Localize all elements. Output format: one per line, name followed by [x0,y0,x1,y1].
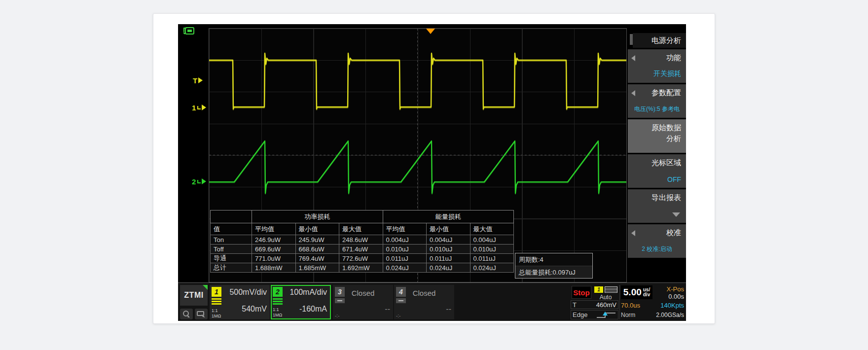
memory-depth: 140Kpts [660,302,684,309]
power-loss-group-header: 功率损耗 [252,210,383,223]
menu-item-value: 2 校准:启动 [629,245,685,253]
touch-gesture-icon [182,310,191,318]
menu-item-label: 光标区域 [651,158,681,168]
table-row-toff: Toff 669.6uW 668.6uW 671.4uW 0.010uJ 0.0… [211,245,514,254]
rising-edge-icon [596,311,616,319]
brand-logo: ZTMI [180,285,208,306]
menu-item-cursor-zone[interactable]: 光标区域 OFF [628,154,686,188]
row-label: 导通 [211,254,252,263]
touch-gesture-button[interactable] [180,309,193,319]
cell: 0.011uJ [383,254,427,263]
table-row-ton: Ton 246.9uW 245.9uW 248.6uW 0.004uJ 0.00… [211,235,514,245]
cell: 245.9uW [295,235,339,245]
oscilloscope-screen: T 1 2 功率损耗 能量损耗 值 平均值 最小值 最大值 [178,24,686,321]
col-header: 最大值 [339,223,383,235]
sample-rate: 2.00GSa/s [656,312,684,318]
menu-item-parameter-config[interactable]: 参数配置 电压(%):5 参考电 [628,84,686,118]
content-card: T 1 2 功率损耗 能量损耗 值 平均值 最小值 最大值 [153,13,715,324]
total-energy-loss: 总能量损耗:0.097uJ [515,266,592,278]
table-row-conduction: 导通 771.0uW 769.4uW 772.6uW 0.011uJ 0.011… [211,254,514,263]
channel1-probe: 1:1 1MΩ [212,308,221,318]
cell: 1.688mW [252,263,296,273]
cell: 248.6uW [339,235,383,245]
timebase-unit: us/ div [643,287,650,297]
table-row-total: 总计 1.688mW 1.685mW 1.692mW 0.024uJ 0.024… [211,263,514,273]
menu-item-raw-data-analysis[interactable]: 原始数据 分析 [628,119,686,153]
status-bar: ZTMI 1 1:1 1MΩ [178,282,686,321]
acquisition-status-button[interactable]: Stop [572,286,591,299]
channel2-badge: 2 [273,287,283,297]
channel2-marker-arrow-icon [202,178,206,184]
col-header: 平均值 [252,223,296,235]
menu-item-value: 电压(%):5 参考电 [629,105,685,113]
menu-item-export-report[interactable]: 导出报表 [628,189,686,223]
collapse-arrow-icon [631,90,635,96]
cell: 771.0uW [252,254,296,263]
menu-item-value: 开关损耗 [653,70,681,78]
trigger-position-marker[interactable] [426,29,435,34]
col-header: 最小值 [427,223,470,235]
channel4-panel[interactable]: 4 -:- Closed -- [394,285,454,319]
menu-item-label: 原始数据 [651,123,681,133]
cell: 0.010uJ [470,245,514,254]
channel4-status: Closed [394,289,454,297]
trigger-coupling-icon [605,286,617,293]
trigger-type-row[interactable]: Edge [571,310,618,319]
channel1-offset: 540mV [242,305,267,314]
touch-screen-button[interactable] [195,309,208,319]
cell: 769.4uW [295,254,339,263]
channel1-zero-marker[interactable]: 1 [192,104,206,111]
cell: 0.010uJ [427,245,470,254]
col-header: 值 [211,223,252,235]
channel1-waveform [209,53,626,109]
channel2-offset: -160mA [299,305,327,314]
menu-item-calibration[interactable]: 校准 2 校准:启动 [628,224,686,258]
channel2-marker-step-icon [197,180,201,183]
cell: 669.6uW [252,245,296,254]
collapse-arrow-icon [631,230,635,236]
menu-item-label: 校准 [666,228,681,238]
cell: 0.011uJ [427,254,470,263]
energy-loss-group-header: 能量损耗 [383,210,514,223]
menu-item-label-line2: 分析 [666,134,681,143]
timebase-row3: Norm 2.00GSa/s [621,312,684,318]
channel2-coupling-icon [273,298,283,306]
row-label: Ton [211,235,252,245]
channel1-panel[interactable]: 1 1:1 1MΩ 500mV/div 540mV [210,285,270,319]
trigger-mode[interactable]: Auto [593,294,618,301]
menu-item-label: 功能 [666,53,681,63]
divider [619,285,620,319]
channel3-panel[interactable]: 3 -:- Closed -- [333,285,393,319]
capture-window: 70.0us [621,302,640,309]
channel4-probe: -:- [396,313,400,319]
menu-item-function[interactable]: 功能 开关损耗 [628,49,686,83]
cell: 0.004uJ [470,235,514,245]
trigger-level-value: 460mV [596,301,616,309]
cycle-summary-tooltip: 周期数:4 总能量损耗:0.097uJ [515,253,593,279]
channel2-panel[interactable]: 2 1:1 1MΩ 100mA/div -160mA [271,285,331,319]
trigger-marker-label: T [193,76,197,85]
touch-screen-icon [197,310,206,318]
trigger-t-label: T [573,301,577,309]
cell: 668.6uW [295,245,339,254]
col-header: 最大值 [470,223,514,235]
cell: 0.004uJ [427,235,470,245]
screenshot-icon[interactable] [183,26,195,37]
row-label: 总计 [211,263,252,273]
col-header: 平均值 [383,223,427,235]
trigger-type-label: Edge [573,311,587,318]
menu-item-label: 参数配置 [651,88,681,98]
cell: 671.4uW [339,245,383,254]
timebase-scale: 5.00 [623,287,642,298]
channel2-zero-marker[interactable]: 2 [192,177,206,185]
collapse-arrow-icon [631,55,635,61]
channel2-probe: 1:1 1MΩ [273,307,282,317]
menu-title: 电源分析 [633,33,686,48]
channel1-scale: 500mV/div [229,288,267,297]
menu-item-label: 导出报表 [651,193,681,203]
timebase-button[interactable]: 5.00 us/ div [621,285,652,299]
trigger-level-row[interactable]: T 460mV [571,300,618,309]
trigger-level-marker[interactable]: T [193,76,203,84]
trigger-marker-arrow-icon [198,77,203,83]
cell: 1.692mW [339,263,383,273]
